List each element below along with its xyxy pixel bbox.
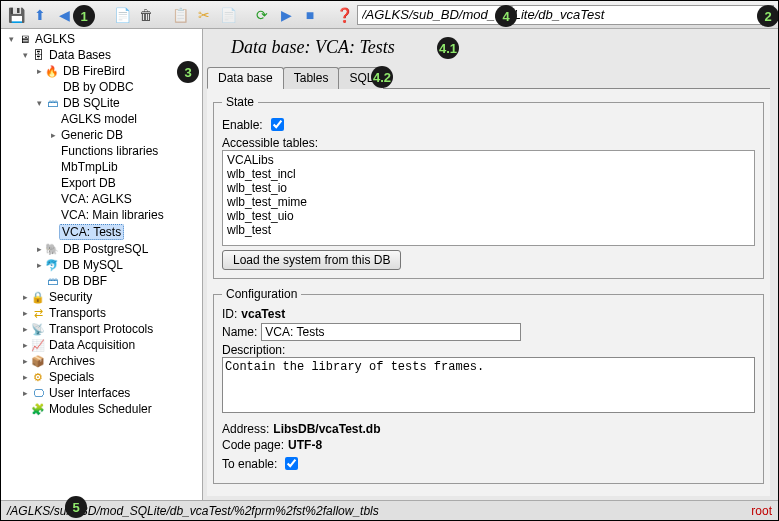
tree-vca-main-libs[interactable]: VCA: Main libraries [59, 208, 166, 222]
tree-db-firebird[interactable]: DB FireBird [61, 64, 127, 78]
status-bar: /AGLKS/sub_BD/mod_SQLite/db_vcaTest/%2fp… [1, 500, 778, 520]
db-group-icon: 🗄 [31, 48, 45, 62]
state-legend: State [222, 95, 258, 109]
list-item[interactable]: wlb_test_incl [225, 167, 752, 181]
address-input[interactable] [357, 5, 774, 25]
name-label: Name: [222, 325, 257, 339]
firebird-icon: 🔥 [45, 64, 59, 78]
toenable-label: To enable: [222, 457, 277, 471]
run-icon[interactable]: ▶ [275, 4, 297, 26]
tabs: Data base Tables SQL [207, 66, 770, 89]
address-label: Address: [222, 422, 269, 436]
tab-sql[interactable]: SQL [338, 67, 384, 89]
accessible-tables-list[interactable]: VCALibswlb_test_inclwlb_test_iowlb_test_… [222, 150, 755, 246]
forward-icon[interactable]: ▶ [77, 4, 99, 26]
name-input[interactable] [261, 323, 521, 341]
list-item[interactable]: wlb_test [225, 223, 752, 237]
list-item[interactable]: wlb_test_io [225, 181, 752, 195]
page-title: Data base: VCA: Tests [207, 33, 770, 66]
drive-icon[interactable]: 💾 [5, 4, 27, 26]
station-icon: 🖥 [17, 32, 31, 46]
description-label: Description: [222, 343, 755, 357]
add-item-icon[interactable]: 📄 [111, 4, 133, 26]
tree-export-db[interactable]: Export DB [59, 176, 118, 190]
tab-tables[interactable]: Tables [283, 67, 340, 89]
list-item[interactable]: VCALibs [225, 153, 752, 167]
tree-generic-db[interactable]: Generic DB [59, 128, 125, 142]
status-path: /AGLKS/sub_BD/mod_SQLite/db_vcaTest/%2fp… [7, 504, 379, 518]
security-icon: 🔒 [31, 290, 45, 304]
archives-icon: 📦 [31, 354, 45, 368]
tree-data-acquisition[interactable]: Data Acquisition [47, 338, 137, 352]
list-item[interactable]: wlb_test_mime [225, 195, 752, 209]
accessible-tables-label: Accessible tables: [222, 136, 755, 150]
list-item[interactable]: wlb_test_uio [225, 209, 752, 223]
tree-db-postgresql[interactable]: DB PostgreSQL [61, 242, 150, 256]
tree-vca-tests[interactable]: VCA: Tests [59, 224, 124, 240]
id-value: vcaTest [241, 307, 285, 321]
enable-label: Enable: [222, 118, 263, 132]
tree-db-dbf[interactable]: DB DBF [61, 274, 109, 288]
ui-icon: 🖵 [31, 386, 45, 400]
mysql-icon: 🐬 [45, 258, 59, 272]
tree-transports[interactable]: Transports [47, 306, 108, 320]
tree-transport-protocols[interactable]: Transport Protocols [47, 322, 155, 336]
toenable-checkbox[interactable] [285, 457, 298, 470]
id-label: ID: [222, 307, 237, 321]
transports-icon: ⇄ [31, 306, 45, 320]
enable-checkbox[interactable] [271, 118, 284, 131]
codepage-label: Code page: [222, 438, 284, 452]
tree-specials[interactable]: Specials [47, 370, 96, 384]
address-value: LibsDB/vcaTest.db [273, 422, 380, 436]
tree-root[interactable]: AGLKS [33, 32, 77, 46]
tree-db-sqlite[interactable]: DB SQLite [61, 96, 122, 110]
tree-modules-scheduler[interactable]: Modules Scheduler [47, 402, 154, 416]
tree-security[interactable]: Security [47, 290, 94, 304]
scheduler-icon: 🧩 [31, 402, 45, 416]
tree-functions-libraries[interactable]: Functions libraries [59, 144, 160, 158]
codepage-value: UTF-8 [288, 438, 322, 452]
tree-archives[interactable]: Archives [47, 354, 97, 368]
tree-databases[interactable]: Data Bases [47, 48, 113, 62]
description-textarea[interactable] [222, 357, 755, 413]
status-user[interactable]: root [751, 504, 772, 518]
refresh-icon[interactable]: ⟳ [251, 4, 273, 26]
load-system-button[interactable]: Load the system from this DB [222, 250, 401, 270]
back-icon[interactable]: ◀ [53, 4, 75, 26]
tree-aglks-model[interactable]: AGLKS model [59, 112, 139, 126]
copy-icon[interactable]: 📋 [169, 4, 191, 26]
tree-db-mysql[interactable]: DB MySQL [61, 258, 125, 272]
daq-icon: 📈 [31, 338, 45, 352]
postgresql-icon: 🐘 [45, 242, 59, 256]
tree-pane[interactable]: ▾🖥AGLKS ▾🗄Data Bases ▸🔥DB FireBird DB by… [1, 29, 203, 500]
stop-icon[interactable]: ■ [299, 4, 321, 26]
dbf-icon: 🗃 [45, 274, 59, 288]
content-pane: Data base: VCA: Tests Data base Tables S… [203, 29, 778, 500]
toolbar: 💾 ⬆ ◀ ▶ 📄 🗑 📋 ✂ 📄 ⟳ ▶ ■ ❓ [1, 1, 778, 29]
tree-mbtmplib[interactable]: MbTmpLib [59, 160, 120, 174]
tree-db-odbc[interactable]: DB by ODBC [61, 80, 136, 94]
sqlite-icon: 🗃 [45, 96, 59, 110]
config-fieldset: Configuration ID:vcaTest Name: Descripti… [213, 287, 764, 484]
tree-user-interfaces[interactable]: User Interfaces [47, 386, 132, 400]
protocols-icon: 📡 [31, 322, 45, 336]
cut-icon[interactable]: ✂ [193, 4, 215, 26]
config-legend: Configuration [222, 287, 301, 301]
remove-item-icon[interactable]: 🗑 [135, 4, 157, 26]
specials-icon: ⚙ [31, 370, 45, 384]
help-icon[interactable]: ❓ [333, 4, 355, 26]
tree-vca-aglks[interactable]: VCA: AGLKS [59, 192, 134, 206]
paste-icon[interactable]: 📄 [217, 4, 239, 26]
state-fieldset: State Enable: Accessible tables: VCALibs… [213, 95, 764, 279]
tab-database[interactable]: Data base [207, 67, 284, 89]
up-icon[interactable]: ⬆ [29, 4, 51, 26]
